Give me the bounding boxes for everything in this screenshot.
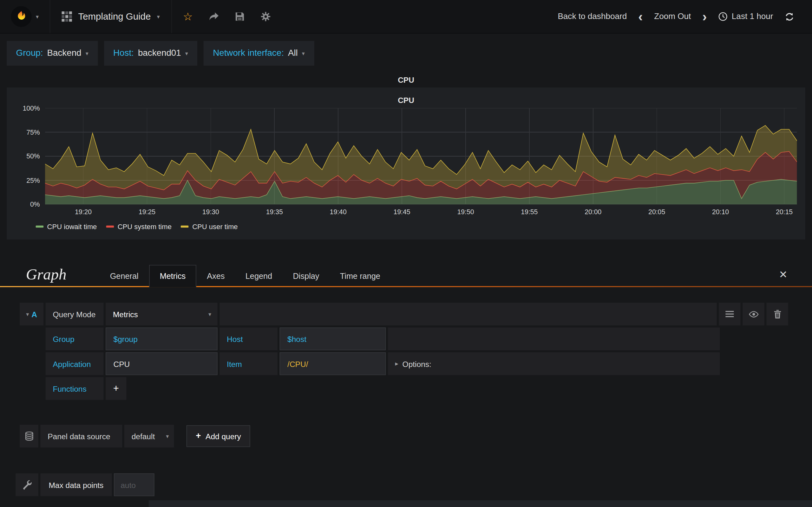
item-input[interactable]: /CPU/ — [280, 352, 386, 375]
variable-label: Host: — [113, 48, 134, 59]
refresh-icon — [784, 12, 794, 21]
time-shift-left-icon[interactable]: ‹ — [638, 10, 643, 23]
datasource-icon-cell — [20, 425, 38, 447]
plus-icon: + — [196, 431, 201, 441]
y-tick-label: 75% — [26, 128, 40, 136]
query-delete-button[interactable] — [766, 302, 788, 326]
datasource-dropdown[interactable]: default ▾ — [124, 425, 174, 447]
dashboard-title: Templating Guide — [78, 11, 151, 22]
panel-editor: Graph General Metrics Axes Legend Displa… — [0, 257, 812, 496]
eye-icon — [749, 311, 758, 317]
top-navbar: ▾ Templating Guide ▾ ☆ — [0, 0, 812, 34]
variable-host-dropdown[interactable]: Host: backend01 ▾ — [104, 41, 198, 66]
legend-item[interactable]: CPU system time — [106, 223, 171, 230]
add-query-button[interactable]: + Add query — [187, 425, 250, 447]
y-tick-label: 50% — [26, 153, 40, 160]
editor-tabs: General Metrics Axes Legend Display Time… — [100, 265, 391, 287]
x-tick-label: 19:30 — [202, 208, 219, 216]
tab-legend[interactable]: Legend — [235, 266, 283, 287]
close-icon[interactable]: × — [779, 268, 787, 281]
x-tick-label: 20:00 — [585, 208, 601, 216]
options-toggle[interactable]: ▸ Options: — [388, 352, 720, 375]
query-menu-button[interactable] — [719, 302, 741, 326]
grafana-app: ▾ Templating Guide ▾ ☆ — [0, 0, 812, 507]
tab-time-range[interactable]: Time range — [329, 266, 391, 287]
tab-display[interactable]: Display — [283, 266, 329, 287]
menu-icon — [725, 311, 734, 317]
gear-icon — [260, 11, 271, 22]
legend-color-dash — [36, 226, 44, 228]
star-icon: ☆ — [183, 10, 193, 23]
x-tick-label: 19:55 — [521, 208, 538, 216]
dashboard-actions: ☆ — [171, 0, 282, 33]
share-dashboard-button[interactable] — [201, 0, 227, 33]
x-tick-label: 19:40 — [330, 208, 347, 216]
dashboard-settings-button[interactable] — [252, 0, 278, 33]
navbar-right-controls: Back to dashboard ‹ Zoom Out › Last 1 ho… — [558, 0, 812, 33]
cut-off-row — [149, 500, 812, 507]
back-to-dashboard-button[interactable]: Back to dashboard — [558, 12, 627, 21]
max-data-points-input[interactable]: auto — [114, 473, 154, 496]
database-icon — [25, 432, 34, 441]
x-tick-label: 19:50 — [457, 208, 474, 216]
wrench-icon — [22, 480, 32, 490]
legend-item[interactable]: CPU user time — [181, 223, 238, 230]
query-row-application-item: Application CPU Item /CPU/ ▸ Options: — [46, 352, 720, 375]
panel-datasource-label: Panel data source — [40, 425, 122, 447]
query-collapse-toggle[interactable]: ▾ A — [20, 302, 44, 326]
variable-netif-dropdown[interactable]: Network interface: All ▾ — [204, 41, 314, 66]
application-input[interactable]: CPU — [106, 352, 217, 375]
star-dashboard-button[interactable]: ☆ — [175, 0, 201, 33]
query-row-filler — [219, 302, 716, 326]
query-mode-value: Metrics — [113, 309, 138, 319]
options-label: Options: — [403, 359, 432, 368]
tab-axes[interactable]: Axes — [197, 266, 235, 287]
chevron-down-icon: ▾ — [166, 433, 169, 439]
chevron-down-icon: ▾ — [26, 311, 29, 317]
time-range-label: Last 1 hour — [732, 12, 773, 21]
metrics-options-row: Max data points auto — [15, 473, 812, 496]
variable-label: Network interface: — [213, 48, 284, 59]
save-dashboard-button[interactable] — [226, 0, 252, 33]
max-data-points-label: Max data points — [40, 473, 112, 496]
variable-label: Group: — [16, 48, 43, 59]
clock-icon — [718, 12, 727, 21]
refresh-button[interactable] — [784, 12, 794, 21]
query-mode-dropdown[interactable]: Metrics ▾ — [106, 302, 217, 326]
tab-general[interactable]: General — [100, 266, 149, 287]
host-label: Host — [219, 327, 277, 350]
chart-title: CPU — [15, 92, 797, 108]
x-tick-label: 20:05 — [648, 208, 665, 216]
dashboard-title-button[interactable]: Templating Guide ▾ — [50, 0, 171, 33]
tab-metrics[interactable]: Metrics — [149, 265, 196, 287]
legend-item[interactable]: CPU iowait time — [36, 223, 97, 230]
x-tick-label: 19:20 — [75, 208, 92, 216]
query-row-filler — [388, 327, 720, 350]
legend-color-dash — [181, 226, 189, 228]
variable-value: All — [288, 48, 298, 59]
time-shift-right-icon[interactable]: › — [702, 10, 707, 23]
zoom-out-button[interactable]: Zoom Out — [654, 12, 691, 21]
add-query-label: Add query — [206, 432, 241, 441]
chart-legend: CPU iowait timeCPU system timeCPU user t… — [15, 218, 797, 234]
y-tick-label: 25% — [26, 176, 40, 184]
chevron-down-icon: ▾ — [157, 14, 160, 19]
grafana-menu-button[interactable]: ▾ — [0, 0, 50, 33]
x-tick-label: 20:15 — [776, 208, 793, 216]
variable-group-dropdown[interactable]: Group: Backend ▾ — [7, 41, 98, 66]
query-toggle-visibility-button[interactable] — [743, 302, 764, 326]
trash-icon — [773, 309, 781, 319]
add-function-button[interactable]: + — [106, 377, 126, 400]
legend-color-dash — [106, 226, 114, 228]
chevron-down-icon: ▾ — [86, 50, 89, 56]
legend-label: CPU system time — [118, 223, 171, 230]
cpu-chart-plot[interactable]: 19:2019:2519:3019:3519:4019:4519:5019:55… — [45, 108, 797, 218]
host-input[interactable]: $host — [280, 327, 386, 350]
item-label: Item — [219, 352, 277, 375]
y-tick-label: 0% — [30, 201, 40, 208]
x-tick-label: 19:45 — [393, 208, 410, 216]
time-range-picker[interactable]: Last 1 hour — [718, 12, 773, 21]
group-input[interactable]: $group — [106, 327, 217, 350]
y-tick-label: 100% — [22, 104, 40, 112]
panel-title[interactable]: CPU — [7, 72, 805, 88]
